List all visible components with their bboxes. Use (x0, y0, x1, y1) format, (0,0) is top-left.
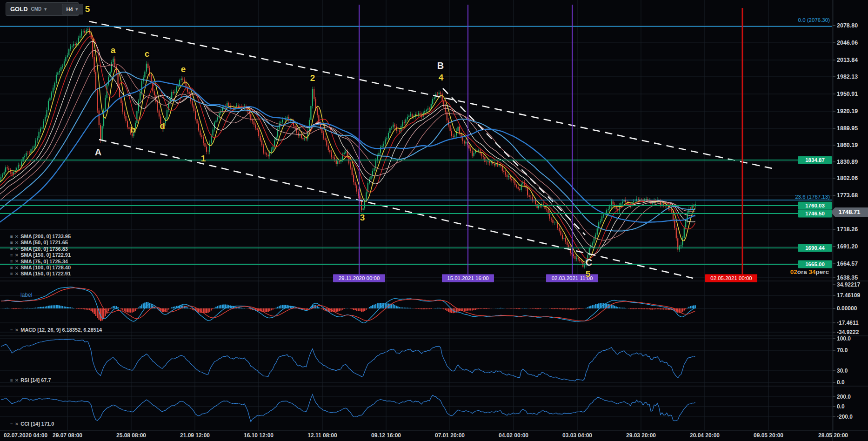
price-axis-label: 1982.13 (837, 74, 858, 80)
macd-axis-label: 17.46109 (837, 292, 860, 299)
indicator-close-icon[interactable]: ✕ (15, 234, 19, 239)
timeframe-value: H4 (67, 7, 73, 12)
candles-up-wicks (1, 27, 695, 269)
sma-line (0, 36, 695, 259)
timeframe-dropdown[interactable]: H4 ▼ (62, 4, 83, 14)
cci-axis-label: 200.0 (837, 394, 851, 400)
time-axis-label: 28.05 20:00 (818, 432, 848, 439)
rsi-line (1, 339, 695, 381)
current-price-tag: 1748.71 (831, 207, 868, 217)
macd-axis-label: -17.4611 (837, 320, 859, 326)
indicator-close-icon[interactable]: ✕ (15, 259, 19, 264)
macd-annotation-label[interactable]: label (20, 292, 32, 298)
countdown-minutes: 34 (808, 268, 815, 275)
elliott-wave-label: B (437, 60, 444, 71)
time-axis-label: 04.02 00:00 (499, 432, 528, 439)
price-axis-label: 1664.57 (837, 261, 858, 267)
event-line-label[interactable]: 29.11.2020 00:00 (333, 274, 385, 282)
chevron-down-icon[interactable]: ▼ (75, 7, 79, 12)
price-level-tag[interactable]: 1746.50 (798, 210, 832, 218)
price-axis-label: 1889.95 (837, 125, 858, 132)
indicator-close-icon[interactable]: ✕ (15, 421, 19, 427)
sma-legend-row: ≡✕SMA [150, 0] 1722.91 (10, 271, 71, 276)
chart-canvas[interactable] (0, 0, 868, 441)
macd-legend-row: ≡ ✕ MACD [12, 26, 9] 6.18352, 6.28514 (10, 327, 102, 333)
indicator-settings-icon[interactable]: ≡ (10, 240, 13, 245)
elliott-wave-label: 4 (439, 73, 444, 83)
indicator-close-icon[interactable]: ✕ (15, 378, 19, 383)
event-line-label[interactable]: 02.05.2021 00:00 (705, 274, 757, 282)
sma-legend-row: ≡✕SMA [50, 0] 1721.65 (10, 240, 68, 245)
time-axis-label: 09.12 16:00 (371, 432, 401, 439)
indicator-close-icon[interactable]: ✕ (15, 327, 19, 333)
sma-legend-text: SMA [150, 0] 1722.91 (20, 252, 71, 258)
event-line-label[interactable]: 15.01.2021 16:00 (442, 274, 494, 282)
indicator-settings-icon[interactable]: ≡ (10, 259, 13, 264)
indicator-settings-icon[interactable]: ≡ (10, 234, 13, 239)
elliott-wave-label: 5 (85, 4, 90, 14)
macd-axis-label: 34.92217 (837, 281, 860, 288)
indicator-settings-icon[interactable]: ≡ (10, 421, 13, 427)
sma-legend-row: ≡✕SMA [75, 0] 1725.34 (10, 259, 68, 264)
price-axis-label: 1950.91 (837, 91, 858, 97)
rsi-axis-label: 100.0 (837, 335, 851, 342)
chevron-down-icon[interactable]: ▼ (43, 7, 47, 12)
indicator-close-icon[interactable]: ✕ (15, 246, 19, 251)
candles-up-bodies (1, 29, 695, 267)
price-axis-label: 1830.89 (837, 159, 858, 165)
countdown-minutes-unit: perc (815, 268, 829, 275)
price-level-tag[interactable]: 1665.00 (798, 261, 832, 268)
instrument-selector[interactable]: GOLD CMD ▼ H4 ▼ (6, 2, 79, 16)
cci-legend-row: ≡ ✕ CCI [14] 171.0 (10, 421, 54, 427)
indicator-close-icon[interactable]: ✕ (15, 265, 19, 270)
macd-line (1, 287, 695, 323)
countdown-hours: 02 (790, 268, 797, 275)
time-axis-label: 16.10 12:00 (244, 432, 274, 439)
elliott-wave-label: e (181, 64, 186, 74)
indicator-settings-icon[interactable]: ≡ (10, 378, 13, 383)
time-axis-label: 29.03 20:00 (626, 432, 656, 439)
fib-level-label: 23.6 (1767.13) (795, 194, 830, 200)
candles-down-bodies (0, 29, 694, 267)
macd-legend-text: MACD [12, 26, 9] 6.18352, 6.28514 (20, 327, 102, 333)
indicator-close-icon[interactable]: ✕ (15, 253, 19, 258)
price-axis-label: 2046.06 (837, 40, 858, 46)
indicator-settings-icon[interactable]: ≡ (10, 253, 13, 258)
time-axis-label: 07.01 20:00 (435, 432, 465, 439)
indicator-settings-icon[interactable]: ≡ (10, 327, 13, 333)
time-axis-label: 29.07 08:00 (53, 432, 82, 439)
price-axis-label: 1773.68 (837, 192, 858, 199)
time-axis-label: 03.03 04:00 (562, 432, 592, 439)
cci-line (1, 394, 695, 422)
rsi-legend-text: RSI [14] 67.7 (20, 377, 51, 383)
price-level-tag[interactable]: 1760.03 (798, 202, 832, 210)
sma-legend-text: SMA [20, 0] 1736.83 (20, 246, 68, 252)
indicator-settings-icon[interactable]: ≡ (10, 265, 13, 270)
indicator-close-icon[interactable]: ✕ (15, 271, 19, 276)
sma-legend-row: ≡✕SMA [100, 0] 1728.40 (10, 265, 71, 270)
sma-legend-text: SMA [200, 0] 1733.95 (20, 234, 71, 239)
sma-legend-text: SMA [150, 0] 1722.91 (20, 271, 71, 276)
indicator-close-icon[interactable]: ✕ (15, 240, 19, 245)
time-axis-label: 21.09 12:00 (180, 432, 210, 439)
macd-axis-label: -34.9222 (837, 329, 859, 335)
rsi-axis-label: 0.0 (837, 379, 845, 386)
elliott-wave-label: 5 (586, 269, 591, 279)
time-axis-label: 20.04 20:00 (690, 432, 720, 439)
cci-axis-label: -200.0 (837, 414, 853, 420)
elliott-wave-label: 2 (310, 73, 315, 83)
countdown-hours-unit: óra (797, 268, 807, 275)
indicator-settings-icon[interactable]: ≡ (10, 246, 13, 251)
price-axis-label: 1920.19 (837, 108, 858, 114)
elliott-wave-label: 3 (360, 213, 365, 223)
indicator-settings-icon[interactable]: ≡ (10, 271, 13, 276)
sma-line (0, 50, 695, 248)
price-level-tag[interactable]: 1834.87 (798, 156, 832, 164)
price-axis-label: 1718.26 (837, 226, 858, 233)
elliott-wave-label: C (586, 257, 592, 268)
price-level-tag[interactable]: 1690.44 (798, 244, 832, 252)
instrument-symbol: GOLD (10, 6, 28, 13)
price-axis-label: 2078.80 (837, 22, 858, 29)
sma-legend-text: SMA [50, 0] 1721.65 (20, 240, 68, 245)
rsi-axis-label: 30.0 (837, 368, 848, 374)
